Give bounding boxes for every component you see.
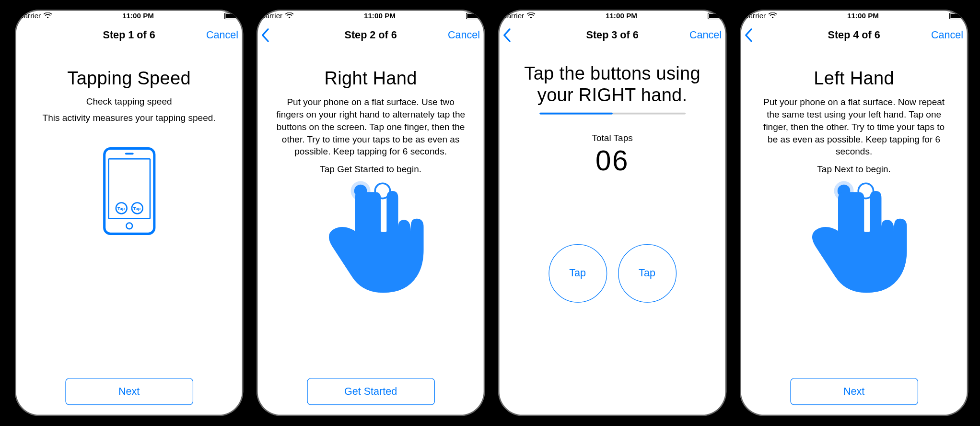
carrier-label: Carrier <box>502 12 525 20</box>
page-title: Left Hand <box>749 68 958 89</box>
svg-rect-1 <box>225 13 236 18</box>
battery-icon <box>224 12 240 19</box>
svg-rect-11 <box>721 14 723 17</box>
status-bar: Carrier 11:00 PM <box>498 10 726 22</box>
device-screen-1: Carrier 11:00 PM Step 1 of 6 Cancel Tapp… <box>15 10 243 416</box>
back-button[interactable] <box>503 28 511 42</box>
battery-icon <box>708 12 723 19</box>
svg-rect-2 <box>238 14 239 17</box>
status-bar: Carrier 11:00 PM <box>15 10 243 22</box>
device-screen-4: Carrier 11:00 PM Step 4 of 6 Cancel <box>740 10 968 416</box>
nav-bar: Step 2 of 6 Cancel <box>257 22 485 48</box>
battery-icon <box>949 12 965 19</box>
nav-bar: Step 1 of 6 Cancel <box>15 22 243 48</box>
hand-icon <box>313 180 428 308</box>
carrier-label: Carrier <box>19 12 41 20</box>
carrier-label: Carrier <box>260 12 283 20</box>
tap-button-left[interactable]: Tap <box>548 244 607 303</box>
instructions: Put your phone on a flat surface. Use tw… <box>275 96 467 158</box>
back-button[interactable] <box>745 28 753 42</box>
cancel-button[interactable]: Cancel <box>931 29 963 41</box>
hand-icon <box>796 180 911 308</box>
svg-rect-5 <box>479 14 481 17</box>
get-started-button[interactable]: Get Started <box>307 378 435 405</box>
tap-button-right[interactable]: Tap <box>618 244 677 303</box>
device-screen-2: Carrier 11:00 PM Step 2 of 6 Cancel <box>257 10 485 416</box>
instructions: Put your phone on a flat surface. Now re… <box>758 96 950 158</box>
next-button[interactable]: Next <box>65 378 193 405</box>
wifi-icon <box>285 12 293 19</box>
illus-tap-left: Tap <box>115 202 127 214</box>
progress-bar <box>539 113 686 115</box>
svg-rect-4 <box>467 13 478 18</box>
next-button[interactable]: Next <box>790 378 918 405</box>
total-taps-label: Total Taps <box>508 133 717 143</box>
clock-label: 11:00 PM <box>606 12 637 20</box>
cancel-button[interactable]: Cancel <box>689 29 722 41</box>
intro-line-1: Check tapping speed <box>24 96 233 106</box>
svg-rect-10 <box>709 13 720 18</box>
phone-illustration: Tap Tap <box>103 147 155 235</box>
task-title: Tap the buttons using your RIGHT hand. <box>508 63 717 106</box>
status-bar: Carrier 11:00 PM <box>740 10 968 22</box>
page-title: Right Hand <box>266 68 475 89</box>
illus-tap-right: Tap <box>131 202 143 214</box>
svg-rect-13 <box>950 13 961 18</box>
svg-rect-14 <box>963 14 964 17</box>
carrier-label: Carrier <box>744 12 766 20</box>
battery-icon <box>466 12 481 19</box>
wifi-icon <box>526 12 535 19</box>
nav-bar: Step 3 of 6 Cancel <box>498 22 726 48</box>
status-bar: Carrier 11:00 PM <box>257 10 485 22</box>
total-taps-value: 06 <box>508 144 717 178</box>
begin-hint: Tap Get Started to begin. <box>266 164 475 175</box>
device-screen-3: Carrier 11:00 PM Step 3 of 6 Cancel <box>498 10 726 416</box>
wifi-icon <box>768 12 777 19</box>
cancel-button[interactable]: Cancel <box>448 29 480 41</box>
clock-label: 11:00 PM <box>122 12 154 20</box>
clock-label: 11:00 PM <box>364 12 396 20</box>
page-title: Tapping Speed <box>24 68 233 89</box>
back-button[interactable] <box>261 28 269 42</box>
cancel-button[interactable]: Cancel <box>206 29 238 41</box>
nav-bar: Step 4 of 6 Cancel <box>740 22 968 48</box>
intro-line-2: This activity measures your tapping spee… <box>24 113 233 123</box>
wifi-icon <box>43 12 52 19</box>
begin-hint: Tap Next to begin. <box>749 164 958 175</box>
clock-label: 11:00 PM <box>847 12 879 20</box>
